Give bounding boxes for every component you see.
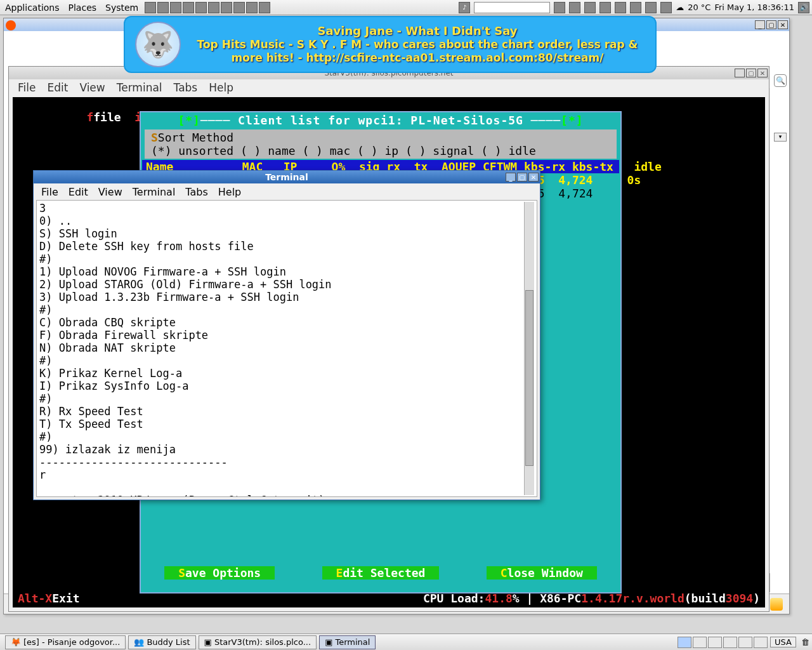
launcher-icon[interactable] — [259, 2, 270, 13]
launcher-icons — [145, 2, 270, 13]
tray-icon[interactable] — [599, 2, 611, 13]
menu-terminal[interactable]: Terminal — [133, 186, 176, 198]
launcher-icon[interactable] — [170, 2, 181, 13]
workspace[interactable] — [693, 637, 707, 648]
maximize-button[interactable]: ▢ — [517, 173, 527, 182]
task-buddylist[interactable]: 👥Buddy List — [128, 635, 195, 649]
menu-view[interactable]: View — [98, 186, 122, 198]
firefox-icon — [6, 20, 16, 30]
tray-icon[interactable]: ♪ — [459, 2, 470, 13]
menu-file[interactable]: File — [18, 81, 36, 94]
workspace-pager[interactable] — [678, 637, 768, 648]
trash-icon[interactable]: 🗑 — [801, 637, 809, 647]
launcher-icon[interactable] — [208, 2, 219, 13]
starv3-app-menu: File Edit View Terminal Tabs Help — [9, 79, 769, 96]
clock[interactable]: Fri May 1, 18:36:11 — [714, 3, 794, 12]
menu-file[interactable]: File — [41, 186, 58, 198]
system-menu[interactable]: System — [103, 3, 141, 13]
workspace[interactable] — [723, 637, 737, 648]
zoom-icon[interactable]: 🔍 — [774, 74, 787, 87]
save-options-button[interactable]: Save Options — [164, 566, 275, 580]
launcher-icon[interactable] — [246, 2, 258, 13]
launcher-icon[interactable] — [233, 2, 245, 13]
volume-icon[interactable]: 🔊 — [798, 2, 809, 13]
tray-icon[interactable] — [630, 2, 641, 13]
applications-menu[interactable]: Applications — [3, 3, 62, 13]
deskbar-search[interactable] — [474, 2, 550, 13]
task-starv3[interactable]: ▣StarV3(tm): silos.plco... — [199, 635, 317, 649]
places-menu[interactable]: Places — [66, 3, 100, 13]
launcher-icon[interactable] — [195, 2, 207, 13]
launcher-icon[interactable] — [145, 2, 156, 13]
terminal-window: Terminal _ ▢ ✕ File Edit View Terminal T… — [33, 170, 540, 500]
menu-help[interactable]: Help — [209, 81, 233, 94]
task-firefox[interactable]: 🦊[es] - Pisanje odgovor... — [5, 635, 126, 649]
top-panel: Applications Places System ♪ ☁20 °C Fri … — [0, 0, 812, 15]
launcher-icon[interactable] — [157, 2, 169, 13]
temperature: 20 °C — [688, 3, 710, 12]
scrollbar-thumb[interactable] — [525, 290, 534, 466]
launcher-icon[interactable] — [183, 2, 194, 13]
workspace[interactable] — [678, 637, 691, 648]
maximize-button[interactable]: ▢ — [746, 69, 756, 77]
tray-icon[interactable] — [660, 2, 672, 13]
tray-icon[interactable] — [554, 2, 565, 13]
workspace[interactable] — [738, 637, 752, 648]
menu-view[interactable]: View — [79, 81, 105, 94]
tray-icon[interactable] — [615, 2, 626, 13]
tray-icon[interactable] — [584, 2, 596, 13]
music-notification: 🐺 Saving Jane - What I Didn't Say Top Hi… — [124, 16, 657, 73]
client-list-title: Client list for wpci1: PL-Net-Silos-5G — [238, 114, 523, 127]
bottom-panel: 🦊[es] - Pisanje odgovor... 👥Buddy List ▣… — [0, 633, 812, 650]
terminal-title: Terminal — [265, 172, 308, 182]
workspace[interactable] — [754, 637, 768, 648]
minimize-button[interactable]: _ — [755, 20, 765, 29]
starv3-status: Alt-X Exit CPU Load: 41.8% | X86-PC 1.4.… — [18, 592, 760, 605]
close-button[interactable]: ✕ — [528, 173, 539, 182]
task-terminal[interactable]: ▣Terminal — [319, 635, 376, 649]
menu-edit[interactable]: Edit — [69, 186, 88, 198]
workspace[interactable] — [708, 637, 722, 648]
sort-method-box[interactable]: SSort Method (*) unsorted ( ) name ( ) m… — [145, 129, 617, 159]
menu-help[interactable]: Help — [218, 186, 241, 198]
toolbar-toggle[interactable]: ▾ — [774, 133, 787, 142]
song-station: Top Hits Music - S K Y . F M - who cares… — [190, 38, 645, 65]
minimize-button[interactable]: _ — [506, 173, 516, 182]
song-title: Saving Jane - What I Didn't Say — [190, 24, 645, 39]
terminal-titlebar[interactable]: Terminal _ ▢ ✕ — [34, 171, 540, 183]
menu-terminal[interactable]: Terminal — [117, 81, 162, 94]
tray-icon[interactable] — [569, 2, 580, 13]
terminal-body[interactable]: 3 0) .. S) SSH login D) Delete SSH key f… — [36, 200, 537, 497]
edit-selected-button[interactable]: Edit Selected — [322, 566, 440, 580]
scrollbar[interactable] — [524, 202, 534, 495]
menu-edit[interactable]: Edit — [47, 81, 68, 94]
maximize-button[interactable]: ▢ — [766, 20, 776, 29]
terminal-menu: File Edit View Terminal Tabs Help — [34, 183, 540, 201]
tray-icon[interactable] — [645, 2, 657, 13]
close-button[interactable]: ✕ — [757, 69, 768, 77]
terminal-output: 3 0) .. S) SSH login D) Delete SSH key f… — [39, 202, 332, 495]
minimize-button[interactable]: _ — [735, 69, 745, 77]
keyboard-indicator[interactable]: USA — [770, 637, 796, 647]
menu-tabs[interactable]: Tabs — [174, 81, 198, 94]
amarok-icon: 🐺 — [135, 22, 181, 67]
close-window-button[interactable]: Close Window — [487, 566, 597, 580]
weather-icon[interactable] — [770, 598, 783, 611]
menu-tabs[interactable]: Tabs — [185, 186, 207, 198]
launcher-icon[interactable] — [221, 2, 232, 13]
close-button[interactable]: ✕ — [778, 20, 788, 29]
